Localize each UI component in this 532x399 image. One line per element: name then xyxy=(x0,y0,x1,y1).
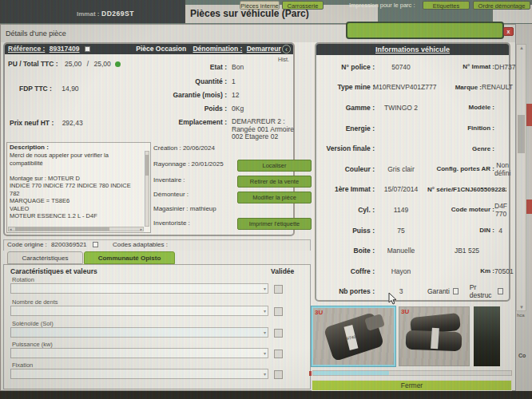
demonteur-row: Démonteur : xyxy=(153,191,236,198)
photo-thumbnail-3[interactable] xyxy=(474,306,500,366)
validee-checkbox-dents[interactable] xyxy=(274,307,283,316)
nimmat-label: N° Immat : xyxy=(427,63,494,70)
ordre-demontage-button[interactable]: Ordre démontage xyxy=(473,1,530,10)
garantie-label: Garantie (mois) : xyxy=(125,91,227,99)
quantite-value: 1 xyxy=(232,77,236,85)
hscroll-left-arrow-icon[interactable]: ◂ xyxy=(10,227,12,231)
description-vscrollbar[interactable] xyxy=(145,151,149,227)
scroll-down-arrow-icon[interactable]: ▼ xyxy=(519,305,524,310)
fdp-row: FDP TTC : 14,90 xyxy=(19,85,79,93)
vehicle-panel-title: Informations véhicule xyxy=(375,45,450,53)
genre-label: Genre : xyxy=(427,145,494,152)
carac-select-puissance[interactable]: ▾ xyxy=(10,348,268,358)
imprimer-etiquette-button[interactable]: Imprimer l'étiquette xyxy=(237,218,312,230)
quantite-row: Quantité : 1 xyxy=(125,77,294,85)
poids-value: 0Kg xyxy=(232,105,244,113)
inventoriste-row: Inventoriste : xyxy=(153,219,236,227)
tab-communaute-opisto[interactable]: Communauté Opisto xyxy=(84,251,175,264)
km-value: 70501 xyxy=(494,267,514,275)
mouse-cursor xyxy=(388,292,398,306)
vehicle-row: N° police :50740 N° Immat :DH737QH xyxy=(319,57,506,77)
background-red-row xyxy=(526,104,532,126)
garanti-checkbox[interactable] xyxy=(453,288,459,294)
photos-hscrollbar[interactable] xyxy=(312,370,512,376)
denomination-value: Demarreur xyxy=(247,45,281,53)
vehicle-row: Energie : Finition : xyxy=(319,118,506,139)
modifier-piece-button[interactable]: Modifier la pièce xyxy=(237,192,312,203)
premiere-immat-label: 1ère Immat : xyxy=(319,185,375,193)
typemine-label: Type mine : xyxy=(319,83,375,91)
carac-select-rotation[interactable]: ▾ xyxy=(10,283,268,294)
info-icon[interactable] xyxy=(115,61,121,67)
validee-checkbox-fixation[interactable] xyxy=(274,370,283,379)
tab-caracteristiques[interactable]: Caractéristiques xyxy=(7,251,83,264)
retirer-vente-button[interactable]: Retirer de la vente xyxy=(237,176,312,188)
hist-link[interactable]: Hist. xyxy=(278,57,289,62)
validee-checkbox-solenoide[interactable] xyxy=(274,329,283,338)
code-origine-checkbox[interactable] xyxy=(93,242,98,247)
npolice-value: 50740 xyxy=(375,63,427,71)
code-origine-label: Code origine : xyxy=(7,241,47,248)
hscroll-right-arrow-icon[interactable]: ▸ xyxy=(140,227,142,231)
chevron-down-icon: ▾ xyxy=(264,371,266,377)
pr-destruc-checkbox[interactable] xyxy=(498,288,503,294)
photo-watermark: 3U xyxy=(315,309,323,316)
prix-neuf-value: 292,43 xyxy=(62,119,83,127)
chevron-down-icon: ▾ xyxy=(264,350,266,356)
creation-row: Création : 20/06/2024 xyxy=(153,144,236,152)
immat-field[interactable]: DD269ST xyxy=(101,10,134,18)
photo-thumbnail-1[interactable]: 3U F740 xyxy=(312,306,395,366)
etat-row: Etat : Bon xyxy=(125,63,294,71)
config-portes-label: Config. portes AR : xyxy=(427,165,494,172)
photo-red-mark xyxy=(309,371,312,376)
localiser-button[interactable]: Localiser xyxy=(237,160,312,172)
modele-label: Modèle : xyxy=(427,104,494,111)
npolice-label: N° police : xyxy=(319,63,375,71)
fermer-button[interactable]: Fermer xyxy=(312,380,512,391)
validee-checkbox-rotation[interactable] xyxy=(274,285,283,294)
validee-checkbox-puissance[interactable] xyxy=(274,350,283,358)
carac-select-fixation[interactable]: ▾ xyxy=(10,369,268,379)
carac-label-puissance: Puissance (kw) xyxy=(12,341,53,348)
numero-serie-value: N° série/F1CNJ6055092282 xyxy=(427,186,506,193)
carac-select-solenoide[interactable]: ▾ xyxy=(10,327,268,338)
chevron-down-icon: ▾ xyxy=(264,308,266,314)
chevron-down-icon: ▾ xyxy=(264,330,266,335)
cyl-value: 1149 xyxy=(375,206,427,214)
km-label: Km : xyxy=(427,267,494,275)
finition-label: Finition : xyxy=(427,124,494,132)
vehicle-panel: Informations véhicule N° police :50740 N… xyxy=(315,42,510,302)
inventaire-label: Inventaire : xyxy=(153,176,185,184)
fdp-value: 14,90 xyxy=(62,85,78,93)
gamme-value: TWINGO 2 xyxy=(375,104,427,112)
garanti-label: Garanti xyxy=(427,287,450,295)
carac-label-dents: Nombre de dents xyxy=(12,298,58,306)
carac-header: Caractéristiques et valeurs xyxy=(10,267,97,275)
boite-value: Manuelle xyxy=(375,247,427,255)
coffre-value: Hayon xyxy=(375,267,427,275)
etiquettes-button[interactable]: Etiquettes xyxy=(423,1,470,10)
puiss-value: 75 xyxy=(375,227,427,235)
vehicle-rows: N° police :50740 N° Immat :DH737QH Type … xyxy=(319,57,506,302)
watermark-square-icon xyxy=(399,309,399,314)
reference-checkbox[interactable] xyxy=(85,46,90,52)
carac-select-dents[interactable]: ▾ xyxy=(10,306,268,316)
close-dialog-button[interactable]: x xyxy=(503,27,514,36)
garantie-row: Garantie (mois) : 12 xyxy=(125,91,294,99)
vehicle-row: Cyl. :1149 Code moteur :D4F 770 xyxy=(319,200,506,220)
scroll-up-arrow-icon[interactable]: ▲ xyxy=(519,45,524,50)
background-vscrollbar[interactable]: ▲ ▼ xyxy=(516,44,526,311)
back-circle-button[interactable]: ‹ xyxy=(282,45,291,53)
vehicle-panel-header: Informations véhicule xyxy=(316,44,509,55)
description-hscrollbar[interactable]: ◂ ▸ xyxy=(8,227,144,231)
piece-panel-header: Référence : 89317409 Pièce Occasion Déno… xyxy=(5,44,293,54)
cyl-label: Cyl. : xyxy=(319,206,375,214)
vehicle-row: Nb portes :3 Garanti Pr destruc xyxy=(319,282,506,302)
watermark-square-icon xyxy=(312,310,313,314)
code-origine-value: 8200369521 xyxy=(51,241,87,248)
photo-thumbnail-2[interactable]: 3U xyxy=(399,306,470,366)
etat-label: Etat : xyxy=(125,63,227,71)
details-piece-dialog: Détails d'une pièce Référence : 89317409… xyxy=(0,24,516,391)
marque-value: RENAULT xyxy=(482,83,513,91)
total-ttc-value: 25,00 xyxy=(93,60,110,68)
